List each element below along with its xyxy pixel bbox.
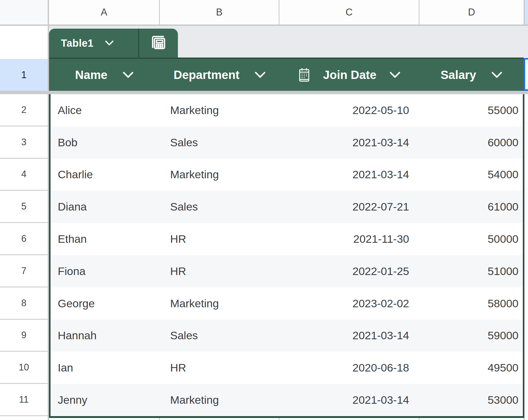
filter-chevron-icon[interactable] xyxy=(254,71,266,78)
gridline xyxy=(279,0,279,25)
gridline xyxy=(159,0,160,25)
row-number[interactable]: 8 xyxy=(0,287,48,320)
row-number[interactable]: 6 xyxy=(0,223,48,255)
cell-name[interactable]: Ethan xyxy=(58,223,156,255)
table-bottom-border xyxy=(49,416,524,418)
column-header-strip: A B C D xyxy=(0,0,528,25)
table-row: 3 Bob Sales 2021-03-14 60000 xyxy=(0,126,528,159)
cell-name[interactable]: Ian xyxy=(58,352,156,384)
cell-name[interactable]: Hannah xyxy=(58,320,156,352)
table-row: 9 Hannah Sales 2021-03-14 59000 xyxy=(0,320,528,352)
header-cell-name[interactable]: Name xyxy=(49,59,160,91)
cell-salary[interactable]: 53000 xyxy=(441,384,518,416)
cell-salary[interactable]: 49500 xyxy=(441,352,518,384)
table-row: 10 Ian HR 2020-06-18 49500 xyxy=(0,352,528,384)
filter-chevron-icon[interactable] xyxy=(122,71,134,78)
header-cell-join-date[interactable]: Join Date xyxy=(279,59,419,91)
table-row: 7 Fiona HR 2022-01-25 51000 xyxy=(0,255,528,287)
calendar-icon xyxy=(298,67,310,83)
cell-department[interactable]: HR xyxy=(170,352,273,384)
cell-name[interactable]: Charlie xyxy=(58,159,156,191)
cell-join-date[interactable]: 2023-02-02 xyxy=(306,287,409,320)
cell-department[interactable]: HR xyxy=(170,255,273,287)
cell-salary[interactable]: 51000 xyxy=(441,255,518,287)
header-row-divider xyxy=(0,91,528,94)
table-row: 6 Ethan HR 2021-11-30 50000 xyxy=(0,223,528,255)
column-header-a[interactable]: A xyxy=(49,0,159,25)
table-row: 5 Diana Sales 2022-07-21 61000 xyxy=(0,191,528,223)
cell-name[interactable]: Bob xyxy=(58,126,156,159)
row-number[interactable]: 9 xyxy=(0,320,48,352)
cell-salary[interactable]: 59000 xyxy=(441,320,518,352)
table-view-icon xyxy=(150,34,167,52)
table-name-label: Table1 xyxy=(61,37,94,49)
cell-department[interactable]: Marketing xyxy=(170,159,273,191)
table-row: 11 Jenny Marketing 2021-03-14 53000 xyxy=(0,384,528,416)
column-header-c[interactable]: C xyxy=(279,0,419,25)
column-header-b[interactable]: B xyxy=(160,0,279,25)
table-row: 4 Charlie Marketing 2021-03-14 54000 xyxy=(0,159,528,191)
gridline xyxy=(159,418,160,420)
gridline xyxy=(419,0,419,25)
cell-department[interactable]: Marketing xyxy=(170,287,273,320)
cell-join-date[interactable]: 2021-03-14 xyxy=(306,159,409,191)
cell-name[interactable]: George xyxy=(58,287,156,320)
spreadsheet-view: A B C D Table1 xyxy=(0,0,528,420)
header-label: Department xyxy=(174,68,240,82)
cell-name[interactable]: Diana xyxy=(58,191,156,223)
select-all-corner-cell[interactable] xyxy=(0,0,48,25)
row-number[interactable]: 11 xyxy=(0,384,48,416)
row-number[interactable]: 5 xyxy=(0,191,48,223)
cell-salary[interactable]: 58000 xyxy=(441,287,518,320)
cell-department[interactable]: Sales xyxy=(170,320,273,352)
row-number[interactable]: 7 xyxy=(0,255,48,287)
filter-chevron-icon[interactable] xyxy=(491,71,502,78)
header-label: Salary xyxy=(441,68,476,82)
cell-join-date[interactable]: 2021-03-14 xyxy=(306,384,409,416)
table-row: 2 Alice Marketing 2022-05-10 55000 xyxy=(0,94,528,126)
cell-department[interactable]: Marketing xyxy=(170,94,273,126)
cell-join-date[interactable]: 2020-06-18 xyxy=(306,352,409,384)
cell-join-date[interactable]: 2021-03-14 xyxy=(306,126,409,159)
cell-department[interactable]: Sales xyxy=(170,191,273,223)
row-header-1[interactable]: 1 xyxy=(0,59,48,91)
data-rows: 2 Alice Marketing 2022-05-10 55000 3 Bob… xyxy=(0,94,528,416)
column-header-e-highlight[interactable] xyxy=(525,0,528,25)
column-header-d[interactable]: D xyxy=(419,0,524,25)
cell-salary[interactable]: 61000 xyxy=(441,191,518,223)
table-tab: Table1 xyxy=(49,29,178,58)
row-number[interactable]: 3 xyxy=(0,126,48,159)
gridline xyxy=(279,418,279,420)
cell-join-date[interactable]: 2022-05-10 xyxy=(306,94,409,126)
header-label: Name xyxy=(75,68,107,82)
gridline xyxy=(419,418,419,420)
cell-join-date[interactable]: 2021-03-14 xyxy=(306,320,409,352)
cell-name[interactable]: Jenny xyxy=(58,384,156,416)
cell-salary[interactable]: 54000 xyxy=(441,159,518,191)
table-row: 8 George Marketing 2023-02-02 58000 xyxy=(0,287,528,320)
cell-join-date[interactable]: 2021-11-30 xyxy=(306,223,409,255)
row-number[interactable]: 2 xyxy=(0,94,48,126)
table-view-button[interactable] xyxy=(139,29,178,58)
cell-department[interactable]: HR xyxy=(170,223,273,255)
cell-salary[interactable]: 60000 xyxy=(441,126,518,159)
table-name-button[interactable]: Table1 xyxy=(49,29,138,58)
filter-chevron-icon[interactable] xyxy=(389,71,401,78)
gridline xyxy=(524,418,525,420)
cell-join-date[interactable]: 2022-01-25 xyxy=(306,255,409,287)
cell-name[interactable]: Fiona xyxy=(58,255,156,287)
cell-department[interactable]: Sales xyxy=(170,126,273,159)
table-header-row: Name Department xyxy=(49,59,524,91)
header-cell-salary[interactable]: Salary xyxy=(419,59,524,91)
header-label: Join Date xyxy=(323,68,376,82)
cell-salary[interactable]: 55000 xyxy=(441,94,518,126)
row-number[interactable]: 4 xyxy=(0,159,48,191)
header-cell-department[interactable]: Department xyxy=(160,59,279,91)
active-cell-e1[interactable] xyxy=(524,58,528,91)
row-number[interactable]: 10 xyxy=(0,352,48,384)
cell-join-date[interactable]: 2022-07-21 xyxy=(306,191,409,223)
cell-department[interactable]: Marketing xyxy=(170,384,273,416)
cell-salary[interactable]: 50000 xyxy=(441,223,518,255)
chevron-down-icon[interactable] xyxy=(105,40,114,46)
cell-name[interactable]: Alice xyxy=(58,94,156,126)
